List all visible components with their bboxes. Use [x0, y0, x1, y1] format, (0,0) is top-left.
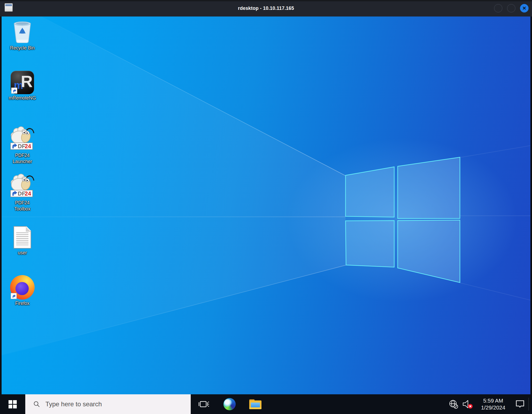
file-explorer-taskbar-button[interactable]	[242, 394, 268, 414]
system-tray: 5:59 AM 1/29/2024	[447, 394, 532, 414]
document-text-lines	[16, 233, 28, 246]
action-center-button[interactable]	[512, 394, 529, 414]
maximize-button[interactable]	[507, 4, 516, 13]
windows-start-icon	[9, 400, 17, 408]
wallpaper-beam-wedge-bottom	[2, 16, 530, 394]
mremoteng-letter-r: R	[21, 72, 33, 91]
start-button[interactable]	[0, 394, 25, 414]
desktop[interactable]: Recycle Bin m R mRemoteNG	[0, 16, 532, 394]
desktop-icon-label: Firefox	[15, 300, 29, 307]
search-icon	[33, 400, 40, 408]
desktop-icon-label: PDF24 Toolbox	[14, 200, 30, 212]
desktop-icon-recycle-bin[interactable]: Recycle Bin	[4, 20, 41, 51]
taskbar-search-box[interactable]	[25, 394, 191, 414]
network-globe-no-internet-icon	[449, 399, 458, 409]
close-icon: ✕	[522, 6, 526, 11]
desktop-icon-label: Recycle Bin	[10, 45, 35, 51]
desktop-icon-user-document[interactable]: user	[4, 226, 41, 256]
desktop-icon-firefox[interactable]: Firefox	[4, 275, 41, 307]
search-input[interactable]	[45, 400, 191, 408]
mremoteng-icon: m R	[11, 71, 34, 94]
wallpaper-horizon-line-left	[2, 217, 346, 217]
document-fold-corner	[26, 227, 31, 231]
wallpaper-glow	[2, 16, 530, 394]
desktop-icon-pdf24-launcher[interactable]: DF 24 PDF24 Launcher	[4, 126, 41, 165]
desktop-icon-label: user	[18, 250, 27, 256]
desktop-icon-label: PDF24 Launcher	[13, 152, 32, 165]
wallpaper-beam-edge-upper	[41, 16, 346, 176]
titlebar: rdesktop - 10.10.117.165 ✕	[0, 0, 532, 16]
volume-button[interactable]	[460, 394, 475, 414]
task-view-button[interactable]	[191, 394, 217, 414]
file-explorer-icon	[249, 399, 261, 409]
show-desktop-button[interactable]	[529, 394, 532, 414]
clock-time: 5:59 AM	[483, 397, 503, 404]
rdesktop-window: rdesktop - 10.10.117.165 ✕	[0, 0, 532, 414]
desktop-icon-label: mRemoteNG	[9, 95, 36, 101]
pdf24-badge-df: DF	[18, 143, 25, 149]
text-document-icon	[14, 226, 31, 249]
shortcut-arrow-icon	[11, 293, 17, 299]
windows-logo	[2, 16, 530, 394]
pdf24-badge-24: 24	[25, 143, 31, 149]
taskbar-empty-area	[268, 394, 447, 414]
minimize-button[interactable]	[494, 4, 502, 13]
shortcut-arrow-icon	[11, 88, 17, 94]
taskbar: 5:59 AM 1/29/2024	[0, 394, 532, 414]
wallpaper-beam-edge-lower-right	[460, 283, 532, 301]
window-title: rdesktop - 10.10.117.165	[0, 6, 532, 11]
edge-icon	[223, 398, 236, 410]
clock-date: 1/29/2024	[481, 404, 505, 411]
taskbar-clock[interactable]: 5:59 AM 1/29/2024	[475, 397, 512, 411]
close-button[interactable]: ✕	[520, 4, 529, 13]
pdf24-badge-df: DF	[18, 191, 25, 197]
pdf24-sheep-icon: DF 24	[10, 126, 35, 152]
firefox-icon	[10, 275, 35, 300]
pdf24-badge-24: 24	[25, 191, 31, 197]
window-controls: ✕	[494, 4, 529, 13]
recycle-bin-icon	[12, 20, 33, 44]
wallpaper-horizon-line-right	[460, 216, 532, 216]
wallpaper-beam-edge-lower	[2, 265, 346, 356]
desktop-icon-mremoteng[interactable]: m R mRemoteNG	[4, 71, 41, 101]
volume-muted-icon	[461, 399, 473, 409]
desktop-icon-pdf24-toolbox[interactable]: DF 24 PDF24 Toolbox	[4, 173, 41, 212]
action-center-icon	[515, 399, 525, 409]
wallpaper-beam-wedge-top	[2, 16, 530, 394]
edge-taskbar-button[interactable]	[217, 394, 242, 414]
pdf24-sheep-icon: DF 24	[10, 173, 35, 199]
wallpaper-beam-edge-upper-right	[460, 145, 532, 158]
task-view-icon	[198, 400, 209, 409]
network-status-button[interactable]	[447, 394, 460, 414]
